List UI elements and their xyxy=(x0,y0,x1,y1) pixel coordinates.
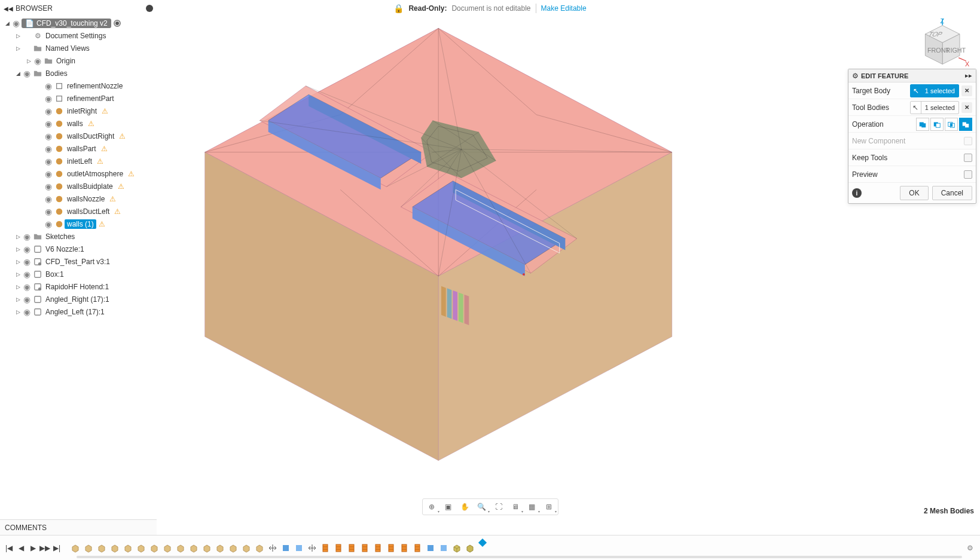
tree-item[interactable]: ◉outletAtmosphere⚠ xyxy=(0,167,157,180)
timeline-feature[interactable] xyxy=(188,542,200,554)
timeline-feature[interactable] xyxy=(83,542,94,554)
op-newbody-button[interactable] xyxy=(959,118,972,131)
timeline-feature[interactable] xyxy=(306,542,318,554)
visibility-icon[interactable]: ◉ xyxy=(43,219,54,229)
timeline-feature[interactable] xyxy=(280,542,292,554)
timeline-feature[interactable] xyxy=(385,542,397,554)
timeline-feature[interactable] xyxy=(135,542,147,554)
caret-icon[interactable]: ◢ xyxy=(14,71,22,76)
timeline-feature[interactable] xyxy=(201,542,213,554)
tree-item[interactable]: ▷◉CFD_Test_Part v3:1 xyxy=(0,255,157,268)
visibility-icon[interactable]: ◉ xyxy=(22,282,32,292)
timeline-feature[interactable] xyxy=(411,542,423,554)
ok-button[interactable]: OK xyxy=(900,186,928,200)
activate-radio[interactable] xyxy=(114,20,121,27)
visibility-icon[interactable]: ◉ xyxy=(43,169,54,179)
visibility-icon[interactable]: ◉ xyxy=(43,81,54,91)
tree-item[interactable]: ▷⚙Document Settings xyxy=(0,29,157,42)
timeline-feature[interactable] xyxy=(161,542,173,554)
visibility-icon[interactable]: ◉ xyxy=(32,56,43,66)
caret-icon[interactable]: ▷ xyxy=(25,58,32,64)
caret-icon[interactable]: ▷ xyxy=(14,33,22,39)
clear-tools-button[interactable]: ✕ xyxy=(961,102,972,113)
go-start-button[interactable]: |◀ xyxy=(4,543,14,553)
tree-item[interactable]: ▷◉Origin xyxy=(0,54,157,67)
visibility-icon[interactable]: ◉ xyxy=(22,69,32,78)
timeline-feature[interactable] xyxy=(372,542,384,554)
timeline-feature[interactable] xyxy=(148,542,160,554)
timeline-feature[interactable] xyxy=(319,542,331,554)
visibility-icon[interactable]: ◉ xyxy=(22,295,32,304)
tree-item[interactable]: ◉walls (1)⚠ xyxy=(0,218,157,230)
viewcube[interactable]: Z X TOP FRONT RIGHT xyxy=(917,18,970,72)
timeline-feature[interactable] xyxy=(227,542,239,554)
timeline-feature[interactable] xyxy=(254,542,265,554)
timeline-feature[interactable] xyxy=(267,542,279,554)
timeline-feature[interactable] xyxy=(425,542,436,554)
visibility-icon[interactable]: ◉ xyxy=(43,207,54,216)
timeline-feature[interactable] xyxy=(359,542,371,554)
tree-item[interactable]: ◉inletRight⚠ xyxy=(0,105,157,117)
pan-button[interactable]: ✋ xyxy=(457,500,473,513)
timeline-feature[interactable] xyxy=(109,542,121,554)
caret-icon[interactable]: ▷ xyxy=(14,259,22,265)
tree-root[interactable]: ◢◉📄CFD_v30_touching v2 xyxy=(0,17,157,29)
timeline-track[interactable] xyxy=(77,556,962,558)
tree-item[interactable]: ◉walls⚠ xyxy=(0,117,157,130)
info-icon[interactable]: i xyxy=(852,188,862,198)
grid-button[interactable]: ▦▾ xyxy=(524,500,540,513)
caret-icon[interactable]: ▷ xyxy=(14,309,22,315)
visibility-icon[interactable]: ◉ xyxy=(43,182,54,191)
op-cut-button[interactable] xyxy=(930,118,944,131)
timeline-feature[interactable] xyxy=(122,542,134,554)
zoom-button[interactable]: 🔍▾ xyxy=(474,500,490,513)
panel-header[interactable]: ⚙ EDIT FEATURE ▸▸ xyxy=(848,69,976,82)
timeline-feature[interactable] xyxy=(464,542,476,554)
tree-item[interactable]: ▷◉Angled_Right (17):1 xyxy=(0,293,157,305)
tree-item[interactable]: ◉wallsNozzle⚠ xyxy=(0,192,157,205)
timeline-feature[interactable] xyxy=(240,542,252,554)
step-back-button[interactable]: ◀ xyxy=(16,543,26,553)
visibility-icon[interactable]: ◉ xyxy=(22,307,32,317)
make-editable-link[interactable]: Make Editable xyxy=(541,4,587,13)
visibility-icon[interactable]: ◉ xyxy=(43,131,54,141)
tree-item[interactable]: ▷◉Sketches xyxy=(0,230,157,243)
timeline-feature[interactable] xyxy=(451,542,463,554)
orbit-button[interactable]: ⊕▾ xyxy=(424,500,439,513)
tree-item[interactable]: ◢◉Bodies xyxy=(0,67,157,79)
clear-target-button[interactable]: ✕ xyxy=(961,85,972,96)
visibility-icon[interactable]: ◉ xyxy=(11,19,22,28)
timeline-feature[interactable] xyxy=(332,542,344,554)
cancel-button[interactable]: Cancel xyxy=(932,186,972,200)
look-at-button[interactable]: ▣ xyxy=(441,500,456,513)
display-button[interactable]: 🖥▾ xyxy=(508,500,523,513)
viewport-button[interactable]: ⊞▾ xyxy=(541,500,557,513)
visibility-icon[interactable]: ◉ xyxy=(43,119,54,128)
timeline-feature[interactable] xyxy=(398,542,410,554)
tree-item[interactable]: ◉wallsDuctRight⚠ xyxy=(0,130,157,142)
timeline-feature[interactable] xyxy=(96,542,108,554)
visibility-icon[interactable]: ◉ xyxy=(22,257,32,267)
visibility-icon[interactable]: ◉ xyxy=(22,244,32,254)
op-intersect-button[interactable] xyxy=(945,118,958,131)
visibility-icon[interactable]: ◉ xyxy=(43,194,54,204)
file-badge[interactable]: 📄CFD_v30_touching v2 xyxy=(22,19,111,28)
timeline-feature[interactable] xyxy=(438,542,450,554)
timeline-feature[interactable] xyxy=(175,542,187,554)
visibility-icon[interactable]: ◉ xyxy=(22,270,32,279)
target-body-selector[interactable]: ↖ 1 selected xyxy=(910,84,959,97)
timeline-feature[interactable] xyxy=(293,542,305,554)
timeline-feature[interactable] xyxy=(346,542,358,554)
tree-item[interactable]: ◉refinementPart xyxy=(0,92,157,105)
tree-item[interactable]: ◉inletLeft⚠ xyxy=(0,155,157,167)
caret-icon[interactable]: ▷ xyxy=(14,246,22,252)
tree-item[interactable]: ▷◉Angled_Left (17):1 xyxy=(0,305,157,318)
visibility-icon[interactable]: ◉ xyxy=(43,94,54,103)
tree-item[interactable]: ▷Named Views xyxy=(0,42,157,54)
timeline-feature[interactable] xyxy=(69,542,81,554)
caret-icon[interactable]: ▷ xyxy=(14,271,22,277)
caret-icon[interactable]: ▷ xyxy=(14,284,22,290)
caret-icon[interactable]: ▷ xyxy=(14,296,22,302)
visibility-icon[interactable]: ◉ xyxy=(22,232,32,241)
tree-item[interactable]: ◉wallsPart⚠ xyxy=(0,142,157,155)
